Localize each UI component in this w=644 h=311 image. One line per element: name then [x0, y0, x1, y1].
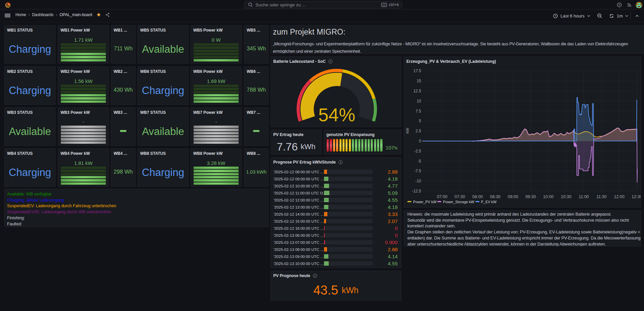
svg-text:2.5: 2.5 [415, 129, 421, 133]
svg-text:09:30: 09:30 [525, 194, 536, 199]
svg-text:-10: -10 [415, 179, 421, 183]
svg-text:15: 15 [417, 79, 421, 83]
svg-text:12:30: 12:30 [632, 194, 641, 199]
svg-text:07:00: 07:00 [437, 194, 447, 199]
svg-text:12.5: 12.5 [413, 89, 421, 93]
svg-text:7.5: 7.5 [415, 109, 421, 114]
svg-text:-7.5: -7.5 [414, 169, 421, 173]
svg-text:07:30: 07:30 [454, 194, 465, 199]
svg-text:-12.5: -12.5 [412, 189, 421, 193]
svg-text:kW: kW [405, 128, 409, 134]
svg-text:Power_PV kW: Power_PV kW [413, 200, 437, 204]
svg-text:10:00: 10:00 [543, 194, 554, 199]
svg-text:-5: -5 [417, 159, 421, 164]
svg-text:54%: 54% [318, 104, 355, 125]
svg-text:09:00: 09:00 [508, 194, 518, 199]
svg-text:08:00: 08:00 [472, 194, 483, 199]
svg-text:17.5: 17.5 [413, 69, 421, 73]
svg-text:11:30: 11:30 [596, 194, 606, 199]
svg-text:10:30: 10:30 [561, 194, 571, 199]
svg-text:12:00: 12:00 [614, 194, 625, 199]
svg-text:5: 5 [419, 119, 421, 123]
svg-text:-2.5: -2.5 [414, 149, 421, 153]
svg-text:10: 10 [417, 99, 421, 103]
svg-text:11:00: 11:00 [579, 194, 589, 199]
svg-text:P_EV kW: P_EV kW [481, 200, 497, 204]
svg-text:08:30: 08:30 [490, 194, 500, 199]
svg-text:0: 0 [419, 139, 421, 143]
svg-text:Power_Storage kW: Power_Storage kW [443, 200, 475, 204]
svg-text:?: ? [618, 3, 620, 7]
